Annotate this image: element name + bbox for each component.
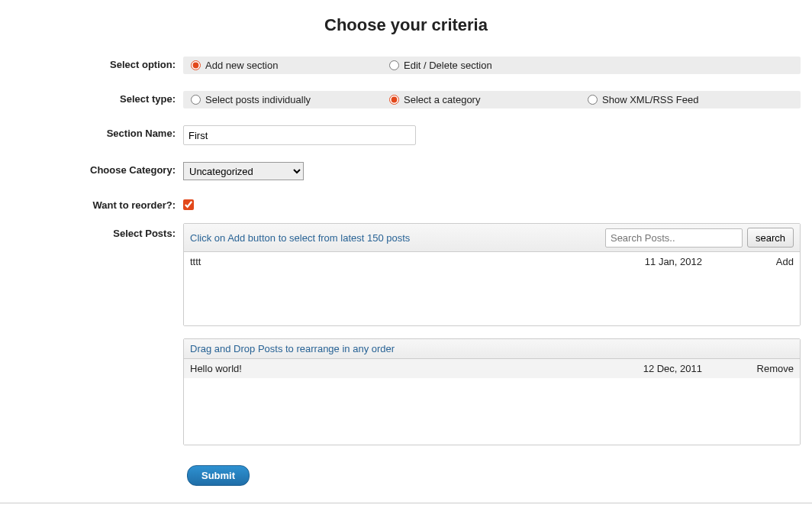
available-post-date: 11 Jan, 2012 (626, 256, 733, 267)
available-posts-body[interactable]: tttt 11 Jan, 2012 Add (184, 252, 800, 325)
type-individually[interactable]: Select posts individually (186, 93, 385, 106)
type-category-radio[interactable] (389, 95, 399, 105)
type-rss[interactable]: Show XML/RSS Feed (583, 93, 781, 106)
selected-post-date: 12 Dec, 2011 (626, 363, 733, 374)
available-post-row: tttt 11 Jan, 2012 Add (184, 252, 800, 271)
page-title: Choose your criteria (11, 15, 801, 35)
type-rss-radio[interactable] (588, 95, 598, 105)
category-select[interactable]: Uncategorized (183, 162, 304, 180)
choose-category-label: Choose Category: (11, 162, 183, 176)
search-button[interactable]: search (747, 228, 794, 248)
reorder-checkbox[interactable] (183, 199, 194, 210)
available-posts-panel: Click on Add button to select from lates… (183, 223, 801, 326)
option-edit-delete-radio[interactable] (389, 60, 399, 70)
option-edit-delete[interactable]: Edit / Delete section (385, 59, 583, 72)
available-hint: Click on Add button to select from lates… (190, 232, 410, 244)
type-category[interactable]: Select a category (385, 93, 583, 106)
selected-posts-panel: Drag and Drop Posts to rearrange in any … (183, 338, 801, 445)
type-rss-label: Show XML/RSS Feed (602, 94, 698, 105)
selected-posts-body[interactable]: Hello world! 12 Dec, 2011 Remove (184, 359, 800, 445)
divider (0, 503, 812, 503)
type-individually-label: Select posts individually (205, 94, 311, 105)
selected-hint: Drag and Drop Posts to rearrange in any … (190, 343, 395, 354)
option-add-new-radio[interactable] (191, 60, 201, 70)
selected-post-title: Hello world! (190, 363, 626, 374)
option-edit-delete-label: Edit / Delete section (404, 60, 492, 71)
section-name-input[interactable] (183, 125, 416, 145)
select-type-label: Select type: (11, 91, 183, 105)
search-posts-input[interactable] (605, 228, 743, 248)
option-add-new[interactable]: Add new section (186, 59, 385, 72)
submit-button[interactable]: Submit (187, 465, 250, 486)
type-individually-radio[interactable] (191, 95, 201, 105)
want-reorder-label: Want to reorder?: (11, 197, 183, 211)
section-name-label: Section Name: (11, 125, 183, 139)
remove-post-button[interactable]: Remove (733, 363, 794, 374)
option-add-new-label: Add new section (205, 60, 278, 71)
available-post-title: tttt (190, 256, 626, 267)
type-category-label: Select a category (404, 94, 480, 105)
selected-post-row[interactable]: Hello world! 12 Dec, 2011 Remove (184, 359, 800, 378)
select-option-label: Select option: (11, 57, 183, 70)
select-posts-label: Select Posts: (11, 223, 183, 239)
add-post-button[interactable]: Add (733, 256, 794, 267)
